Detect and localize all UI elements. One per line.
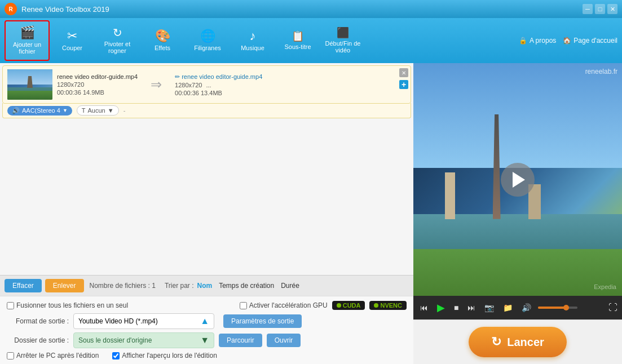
toolbar-debut-fin-button[interactable]: ⬛ Début/Fin de vidéo: [320, 20, 365, 61]
cuda-dot: [337, 303, 341, 308]
launch-area: ↻ Lancer: [413, 319, 622, 364]
accueil-button[interactable]: 🏠 Page d'accueil: [563, 37, 617, 45]
audio-select-button[interactable]: 🔊 AAC(Stereo 4 ▼: [7, 106, 72, 116]
file-close-button[interactable]: ✕: [399, 68, 408, 77]
gpu-checkbox[interactable]: [240, 302, 247, 309]
params-button[interactable]: Paramètres de sortie: [223, 314, 302, 328]
folder-value: Sous le dossier d'origine: [78, 336, 152, 344]
ouvrir-button[interactable]: Ouvrir: [267, 334, 301, 347]
fullscreen-button[interactable]: ⛶: [608, 303, 617, 313]
folder-button[interactable]: 📁: [501, 302, 515, 313]
volume-fill: [538, 307, 566, 309]
settings-row-1: Fusionner tous les fichiers en un seul A…: [7, 301, 407, 310]
musique-label: Musique: [241, 45, 264, 51]
gpu-checkbox-label[interactable]: Activer l'accélération GPU: [240, 301, 328, 309]
gpu-label: Activer l'accélération GPU: [249, 301, 328, 309]
bottom-toolbar: Effacer Enlever Nombre de fichiers : 1 T…: [0, 275, 413, 296]
folder-dropdown-arrow: ▼: [200, 335, 209, 345]
play-triangle-icon: [513, 172, 525, 188]
video-sky: [413, 63, 622, 168]
toolbar-add-file-button[interactable]: 🎬 Ajouter un fichier: [5, 20, 50, 61]
folder-select[interactable]: Sous le dossier d'origine ▼: [73, 332, 214, 348]
subtitle-select-button[interactable]: T Aucun ▼: [77, 105, 119, 116]
skip-forward-button[interactable]: ⏭: [465, 302, 478, 313]
volume-bar[interactable]: [538, 307, 577, 309]
left-panel: renee video editor-guide.mp4 1280x720 00…: [0, 63, 413, 364]
building-1: [445, 172, 455, 219]
subtitle-icon: T: [82, 107, 86, 114]
video-preview: reneelab.fr Expedia: [413, 63, 622, 296]
output-file-name: ✏ renee video editor-guide.mp4: [175, 73, 406, 81]
toolbar-pivoter-button[interactable]: ↻ Pivoter et rogner: [95, 20, 140, 61]
nvenc-dot: [374, 303, 378, 308]
toolbar-musique-button[interactable]: ♪ Musique: [230, 20, 275, 61]
sort-creation[interactable]: Temps de création: [219, 282, 274, 290]
format-value: Youtube Video HD (*.mp4): [78, 317, 158, 325]
effets-icon: 🎨: [155, 30, 170, 42]
input-file-resolution: 1280x720: [57, 81, 138, 88]
effets-label: Effets: [155, 45, 170, 51]
afficher-checkbox-label[interactable]: Afficher l'aperçu lors de l'édition: [112, 352, 217, 359]
toolbar-effets-button[interactable]: 🎨 Effets: [140, 20, 185, 61]
lancer-button[interactable]: ↻ Lancer: [469, 327, 567, 357]
sous-titre-label: Sous-titre: [284, 43, 311, 50]
filigranes-icon: 🌐: [200, 30, 215, 42]
enlever-button[interactable]: Enlever: [45, 279, 84, 292]
sort-options: Nom Temps de création Durée: [197, 282, 299, 290]
format-select[interactable]: Youtube Video HD (*.mp4) ▲: [73, 313, 214, 329]
output-info: ✏ renee video editor-guide.mp4 1280x720 …: [175, 73, 406, 96]
debut-fin-icon: ⬛: [337, 28, 349, 38]
couper-label: Couper: [62, 45, 82, 51]
filigranes-label: Filigranes: [194, 45, 221, 51]
play-ctrl-button[interactable]: ▶: [435, 300, 447, 315]
musique-icon: ♪: [250, 30, 256, 42]
arreter-checkbox-label[interactable]: Arrêter le PC après l'édition: [7, 352, 99, 359]
close-button[interactable]: ✕: [607, 4, 617, 14]
lock-icon: 🔒: [519, 37, 527, 45]
fusionner-checkbox-label[interactable]: Fusionner tous les fichiers en un seul: [7, 301, 128, 309]
settings-row-folder: Dossier de sortie : Sous le dossier d'or…: [7, 332, 407, 348]
arreter-label: Arrêter le PC après l'édition: [16, 352, 99, 359]
maximize-button[interactable]: □: [595, 4, 605, 14]
debut-fin-label: Début/Fin de vidéo: [323, 40, 363, 54]
nvenc-label: NVENC: [380, 302, 402, 309]
right-panel: reneelab.fr Expedia ⏮ ▶ ■ ⏭ 📷 📁 🔊 ⛶ ↻ La…: [413, 63, 622, 364]
toolbar-sous-titre-button[interactable]: 📋 Sous-titre: [275, 20, 320, 61]
app-logo: R: [5, 3, 17, 15]
input-file-name: renee video editor-guide.mp4: [57, 73, 138, 80]
add-file-icon: 🎬: [20, 26, 35, 39]
file-options-row: 🔊 AAC(Stereo 4 ▼ T Aucun ▼ -: [2, 103, 411, 118]
play-button[interactable]: [501, 163, 535, 197]
accueil-label: Page d'accueil: [574, 37, 617, 45]
afficher-label: Afficher l'aperçu lors de l'édition: [122, 352, 217, 359]
arreter-checkbox[interactable]: [7, 352, 14, 359]
stop-button[interactable]: ■: [452, 302, 461, 313]
home-icon: 🏠: [563, 37, 571, 45]
couper-icon: ✂: [67, 30, 77, 42]
thumbnail-image: [7, 69, 52, 100]
volume-button[interactable]: 🔊: [519, 302, 533, 313]
toolbar-filigranes-button[interactable]: 🌐 Filigranes: [185, 20, 230, 61]
fusionner-checkbox[interactable]: [7, 302, 14, 309]
file-thumbnail: [7, 69, 52, 100]
subtitle-dropdown-arrow: ▼: [108, 107, 114, 114]
effacer-button[interactable]: Effacer: [5, 279, 42, 292]
output-file-duration: 00:00:36 13.4MB: [175, 90, 406, 96]
video-water: [413, 214, 622, 249]
sort-nom[interactable]: Nom: [197, 282, 212, 290]
main-toolbar: 🎬 Ajouter un fichier ✂ Couper ↻ Pivoter …: [0, 18, 622, 63]
screenshot-button[interactable]: 📷: [482, 302, 496, 313]
minimize-button[interactable]: ─: [583, 4, 593, 14]
toolbar-couper-button[interactable]: ✂ Couper: [50, 20, 95, 61]
skip-back-button[interactable]: ⏮: [418, 302, 430, 313]
input-file-duration: 00:00:36 14.9MB: [57, 89, 138, 96]
app-title: Renee Video Toolbox 2019: [21, 5, 583, 14]
parcourir-button[interactable]: Parcourir: [219, 334, 262, 347]
add-file-label: Ajouter un fichier: [8, 41, 46, 55]
afficher-checkbox[interactable]: [112, 352, 120, 359]
file-add-button[interactable]: +: [399, 80, 408, 89]
settings-row-format: Format de sortie : Youtube Video HD (*.m…: [7, 313, 407, 329]
nvenc-badge: NVENC: [369, 301, 407, 310]
sort-duree[interactable]: Durée: [281, 282, 299, 290]
apropos-button[interactable]: 🔒 A propos: [519, 37, 556, 45]
